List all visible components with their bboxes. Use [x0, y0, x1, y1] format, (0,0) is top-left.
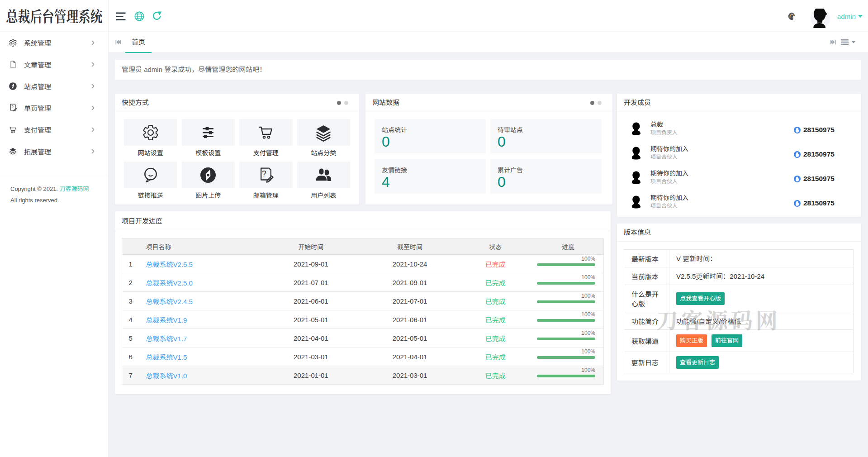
svg-text:?: ?: [262, 169, 266, 178]
svg-text:?: ?: [11, 105, 14, 109]
